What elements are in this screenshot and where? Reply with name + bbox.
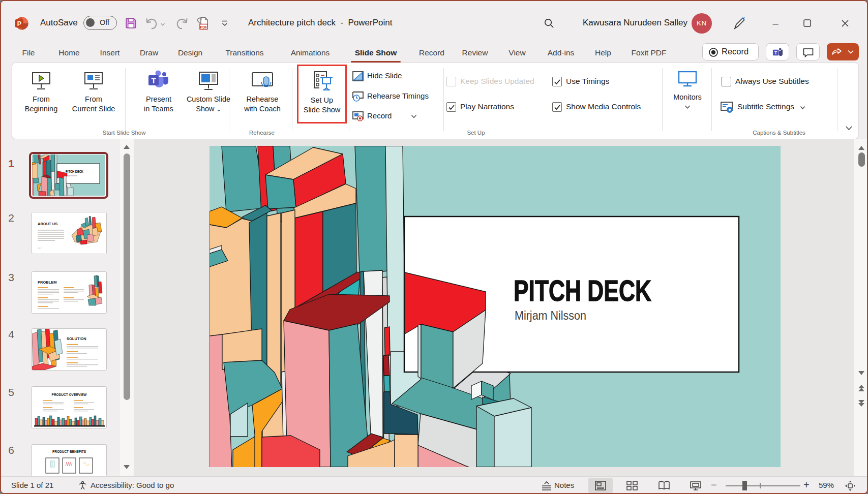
svg-text:SOLUTION: SOLUTION — [67, 336, 86, 341]
svg-text:Mirjam Nilsson: Mirjam Nilsson — [515, 309, 586, 322]
svg-text:ABOUT US: ABOUT US — [38, 222, 57, 226]
svg-text:Mirjam Nilsson: Mirjam Nilsson — [66, 175, 77, 177]
svg-text:20XX: 20XX — [38, 248, 41, 250]
svg-text:PRODUCT OVERVIEW: PRODUCT OVERVIEW — [52, 393, 87, 396]
svg-text:P: P — [17, 20, 21, 27]
svg-text:PITCH DECK: PITCH DECK — [66, 170, 83, 173]
svg-text:T: T — [151, 76, 156, 85]
svg-text:PROBLEM: PROBLEM — [38, 280, 57, 285]
svg-text:PRODUCT BENEFITS: PRODUCT BENEFITS — [52, 450, 86, 453]
svg-text:PITCH DECK: PITCH DECK — [514, 274, 651, 307]
svg-text:PDF: PDF — [200, 25, 208, 29]
